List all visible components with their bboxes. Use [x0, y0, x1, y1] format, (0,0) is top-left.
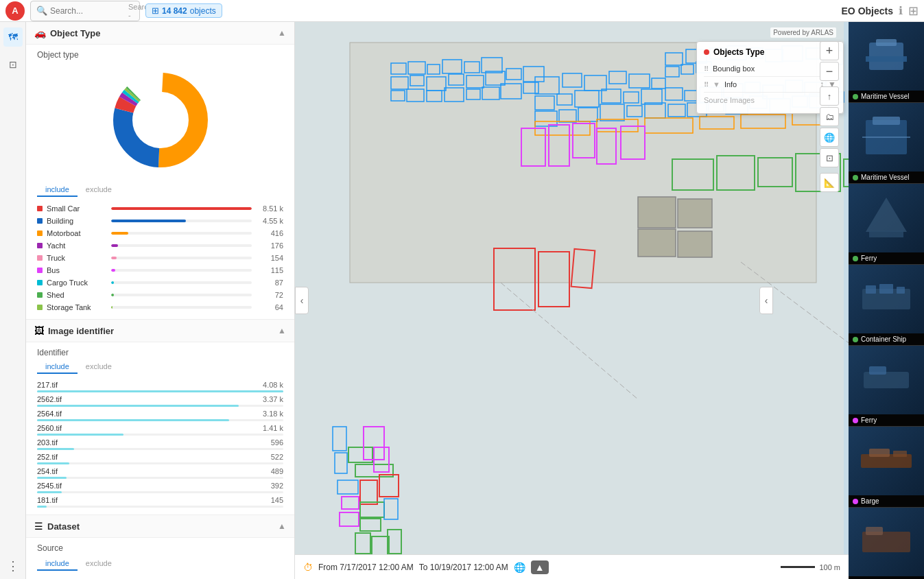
obj-count: 416: [256, 229, 283, 237]
nav-layers-icon[interactable]: ⊡: [3, 55, 23, 74]
obj-bar: [111, 232, 128, 235]
id-row: 2545.tif 392: [37, 482, 283, 490]
nav-map-icon[interactable]: 🗺: [3, 27, 23, 47]
obj-count: 64: [256, 303, 283, 311]
object-type-section-header[interactable]: 🚗 Object Type ▲: [26, 22, 294, 45]
list-item[interactable]: Building 4.55 k: [37, 215, 283, 227]
obj-bar: [111, 244, 118, 247]
obj-color-swatch: [37, 305, 43, 310]
list-item[interactable]: 2564.tif 3.18 k: [37, 408, 283, 423]
svg-rect-74: [844, 159, 849, 187]
id-bar: [37, 405, 239, 407]
list-item[interactable]: Truck 154: [37, 252, 283, 264]
zoom-out-btn[interactable]: −: [820, 62, 839, 81]
logo[interactable]: A: [5, 1, 25, 21]
list-item[interactable]: 203.tif 596: [37, 437, 283, 451]
compass-btn[interactable]: ↑: [820, 86, 839, 106]
search-bar[interactable]: 🔍 Search -: [30, 1, 140, 21]
search-icon: 🔍: [36, 5, 47, 16]
thumb-item[interactable]: Barge: [849, 508, 924, 579]
list-item[interactable]: 181.tif 145: [37, 495, 283, 509]
list-item[interactable]: Storage Tank 64: [37, 301, 283, 314]
map-container[interactable]: Objects Type ⠿ Boundig box ↕ ▼ ⠿ ▼ Info …: [295, 22, 849, 579]
thumb-label-text: Ferry: [861, 255, 877, 262]
image-identifier-section-header[interactable]: 🖼 Image identifier ▲: [26, 319, 294, 342]
layers-map-btn[interactable]: 🗂: [820, 107, 839, 126]
thumb-dot: [853, 175, 858, 180]
list-item[interactable]: 252.tif 522: [37, 451, 283, 466]
list-item[interactable]: 2545.tif 392: [37, 480, 283, 495]
id-row: 203.tif 596: [37, 438, 283, 447]
source-images-row[interactable]: Source Images →: [704, 93, 836, 108]
thumb-item[interactable]: Maritime Vessel: [849, 103, 924, 184]
exclude-tab[interactable]: exclude: [78, 183, 120, 197]
collapse-right-arrow[interactable]: ‹: [759, 287, 773, 314]
id-exclude-tab[interactable]: exclude: [78, 360, 120, 374]
dataset-body: Source include exclude xView1 14.84 k: [26, 538, 294, 579]
list-item[interactable]: 217.tif 4.08 k: [37, 379, 283, 394]
id-count: 392: [249, 482, 283, 490]
thumb-item[interactable]: Ferry: [849, 184, 924, 265]
thumb-img: [849, 427, 924, 495]
id-bar: [37, 419, 229, 421]
thumb-item[interactable]: Maritime Vessel: [849, 22, 924, 103]
list-item[interactable]: 254.tif 489: [37, 466, 283, 480]
zoom-in-btn[interactable]: +: [820, 41, 839, 60]
thumb-item[interactable]: Barge: [849, 427, 924, 508]
collapse-left-arrow[interactable]: ‹: [295, 287, 309, 314]
dataset-chevron: ▲: [278, 521, 286, 531]
thumb-item[interactable]: Ferry: [849, 346, 924, 427]
obj-color-swatch: [37, 292, 43, 298]
time-globe-icon[interactable]: 🌐: [514, 562, 525, 573]
list-item[interactable]: Shed 72: [37, 289, 283, 301]
search-input[interactable]: [50, 6, 126, 16]
ds-exclude-tab[interactable]: exclude: [78, 557, 120, 571]
object-type-list: Small Car 8.51 k Building 4.55 k Motorbo…: [37, 202, 283, 314]
obj-name: Building: [47, 217, 107, 225]
thumb-item[interactable]: Container Ship: [849, 265, 924, 346]
id-count: 489: [249, 467, 283, 475]
id-bar-container: [37, 434, 283, 436]
ds-include-tab[interactable]: include: [37, 557, 78, 571]
obj-bar: [111, 269, 115, 272]
list-item[interactable]: Cargo Truck 87: [37, 276, 283, 289]
more-icon[interactable]: ⋮: [7, 558, 19, 574]
info-icon[interactable]: ℹ: [899, 4, 903, 17]
obj-bar: [111, 306, 112, 309]
bounding-box-row[interactable]: ⠿ Boundig box ↕ ▼: [704, 61, 836, 77]
svg-marker-133: [866, 198, 907, 232]
include-tab[interactable]: include: [37, 183, 78, 197]
donut-chart: [106, 65, 215, 175]
obj-count: 176: [256, 241, 283, 250]
obj-name: Cargo Truck: [47, 279, 107, 287]
thumbnails-panel: Maritime Vessel Maritime Vessel Ferry Co…: [849, 22, 924, 579]
svg-rect-134: [869, 231, 903, 237]
globe-btn[interactable]: 🌐: [820, 128, 839, 147]
objects-label: objects: [190, 6, 216, 16]
list-item[interactable]: 2560.tif 1.41 k: [37, 423, 283, 437]
grid-icon[interactable]: ⊞: [908, 3, 919, 19]
image-identifier-body: Identifier include exclude 217.tif 4.08 …: [26, 342, 294, 515]
list-item[interactable]: xView1 14.84 k: [37, 576, 283, 579]
thumb-label: Barge: [849, 576, 924, 579]
id-row: 254.tif 489: [37, 467, 283, 475]
list-item[interactable]: Motorboat 416: [37, 227, 283, 239]
id-row: 2562.tif 3.37 k: [37, 395, 283, 403]
scale-label: 100 m: [819, 563, 840, 571]
list-item[interactable]: Small Car 8.51 k: [37, 202, 283, 215]
measure-btn[interactable]: 📐: [820, 173, 839, 192]
objects-badge[interactable]: ⊞ 14 842 objects: [145, 3, 222, 18]
thumb-label-text: Barge: [861, 497, 879, 505]
list-item[interactable]: Bus 115: [37, 264, 283, 276]
thumb-dot: [853, 418, 858, 423]
info-row[interactable]: ⠿ ▼ Info ↕ ▼: [704, 77, 836, 93]
obj-name: Bus: [47, 266, 107, 274]
list-item[interactable]: 2562.tif 3.37 k: [37, 394, 283, 408]
source-images-label: Source Images: [704, 96, 824, 104]
zoom-extent-btn[interactable]: ⊡: [820, 148, 839, 167]
list-item[interactable]: Yacht 176: [37, 239, 283, 252]
bounding-box-label: Boundig box: [713, 64, 816, 73]
id-include-tab[interactable]: include: [37, 360, 78, 374]
time-up-btn[interactable]: ▲: [531, 560, 549, 574]
dataset-section-header[interactable]: ☰ Dataset ▲: [26, 515, 294, 538]
